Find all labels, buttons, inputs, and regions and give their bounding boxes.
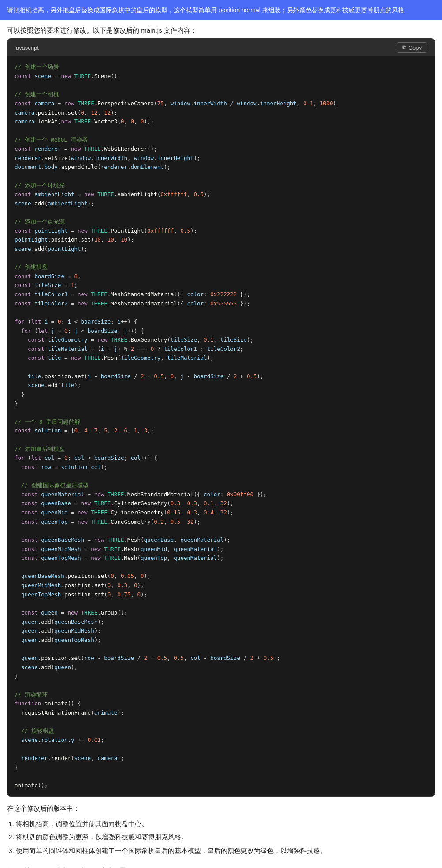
response-intro: 可以按照您的要求进行修改。以下是修改后的 main.js 文件内容： bbox=[0, 20, 442, 38]
list-item-3: 使用简单的圆锥体和圆柱体创建了一个国际象棋皇后的基本模型，皇后的颜色更改为绿色，… bbox=[16, 845, 435, 857]
list-item-2-text: 将棋盘的颜色调整为更深，以增强科技感和赛博朋克风格。 bbox=[16, 833, 188, 841]
prompt-text: 请把相机抬高，另外把皇后替换成国际象棋中的皇后的模型，这个模型简单用 posit… bbox=[7, 7, 404, 14]
list-item-1: 将相机抬高，调整位置并使其面向棋盘中心。 bbox=[16, 818, 435, 831]
copy-icon: ⧉ bbox=[402, 44, 406, 51]
code-language: javascript bbox=[15, 45, 39, 51]
list-item-1-text: 将相机抬高，调整位置并使其面向棋盘中心。 bbox=[16, 820, 148, 827]
response-list: 将相机抬高，调整位置并使其面向棋盘中心。 将棋盘的颜色调整为更深，以增强科技感和… bbox=[0, 816, 442, 860]
copy-button[interactable]: ⧉ Copy bbox=[397, 42, 427, 53]
response-text: 在这个修改后的版本中： bbox=[0, 797, 442, 816]
response-text-intro: 在这个修改后的版本中： bbox=[7, 805, 80, 812]
code-body: // 创建一个场景 const scene = new THREE.Scene(… bbox=[7, 56, 435, 796]
code-header: javascript ⧉ Copy bbox=[7, 39, 435, 56]
list-item-2: 将棋盘的颜色调整为更深，以增强科技感和赛博朋克风格。 bbox=[16, 831, 435, 844]
copy-label: Copy bbox=[409, 45, 422, 51]
list-item-3-text: 使用简单的圆锥体和圆柱体创建了一个国际象棋皇后的基本模型，皇后的颜色更改为绿色，… bbox=[16, 847, 327, 854]
code-block-wrapper: javascript ⧉ Copy // 创建一个场景 const scene … bbox=[7, 38, 435, 797]
intro-text: 可以按照您的要求进行修改。以下是修改后的 main.js 文件内容： bbox=[7, 26, 197, 34]
response-footer: 您可以根据需要继续调整和优化这些设置。 bbox=[0, 860, 442, 868]
code-content: // 创建一个场景 const scene = new THREE.Scene(… bbox=[15, 63, 427, 790]
prompt-bar: 请把相机抬高，另外把皇后替换成国际象棋中的皇后的模型，这个模型简单用 posit… bbox=[0, 0, 442, 20]
